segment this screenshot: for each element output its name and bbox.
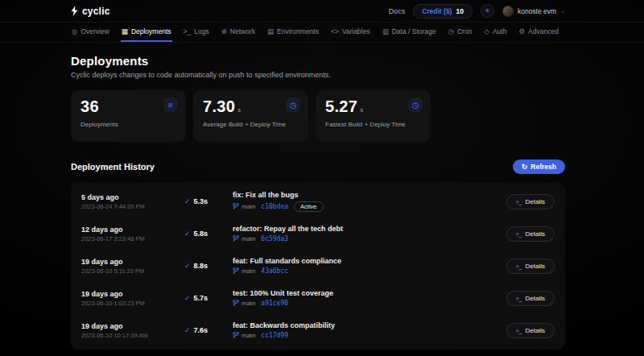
tab-label: Advanced: [528, 27, 559, 35]
tab-advanced[interactable]: ⚙Advanced: [518, 23, 559, 42]
table-row: 5 days ago 2023-06-24 7:44:05 PM ✓ 5.3s …: [71, 185, 565, 217]
details-button[interactable]: >_ Details: [506, 323, 555, 338]
git-branch-icon: [233, 332, 239, 339]
details-label: Details: [526, 295, 545, 302]
top-header: cyclic Docs Credit ($) 10 ☀ konoste evm …: [0, 0, 644, 23]
branch-name: main: [242, 332, 255, 339]
tab-network[interactable]: ⊕Network: [221, 23, 256, 42]
details-label: Details: [526, 263, 545, 270]
timestamp: 2023-06-24 7:44:05 PM: [81, 203, 184, 210]
commit-message: feat: Full standards compliance: [233, 257, 506, 265]
details-button[interactable]: >_ Details: [506, 194, 555, 209]
stats-row: 36 Deployments ≡ 7.30 s Average Build + …: [71, 90, 565, 142]
tab-data-storage[interactable]: ▥Data / Storage: [382, 23, 437, 42]
clock-icon: ◷: [408, 97, 423, 112]
stat-unit: s: [360, 106, 363, 114]
gauge-icon: ◎: [72, 27, 77, 35]
git-branch-icon: [233, 267, 239, 275]
check-icon: ✓: [184, 326, 191, 334]
commit-message: feat: Backwards compatibility: [233, 321, 506, 329]
tab-label: Network: [230, 27, 255, 35]
table-row: 12 days ago 2023-06-17 3:23:48 PM ✓ 5.8s…: [71, 217, 565, 250]
tab-label: Overview: [80, 27, 109, 35]
tab-cron[interactable]: ◷Cron: [448, 23, 473, 42]
commit-hash-link[interactable]: cc17d99: [261, 332, 288, 339]
table-row: 19 days ago 2023-06-10 1:03:23 PM ✓ 5.7s…: [71, 282, 565, 314]
details-button[interactable]: >_ Details: [506, 259, 555, 274]
tab-label: Deployments: [131, 27, 171, 35]
duration: 5.3s: [194, 197, 208, 205]
duration: 8.8s: [194, 262, 208, 270]
git-branch-icon: [233, 235, 239, 242]
tab-variables[interactable]: <>Variables: [330, 23, 371, 42]
refresh-label: Refresh: [530, 163, 556, 171]
branch-name: main: [242, 267, 255, 275]
status-badge: Active: [294, 201, 323, 212]
tab-label: Environments: [277, 27, 319, 35]
tab-label: Variables: [342, 27, 370, 35]
details-button[interactable]: >_ Details: [506, 291, 555, 306]
docs-link[interactable]: Docs: [389, 7, 406, 15]
nav-bar: ◎Overview ▦Deployments >_Logs ⊕Network ▤…: [0, 23, 644, 43]
globe-icon: ⊕: [221, 27, 227, 35]
commit-hash-link[interactable]: a91ce90: [261, 300, 288, 307]
clock-icon: ◷: [448, 27, 454, 35]
terminal-icon: >_: [516, 263, 522, 269]
duration: 7.6s: [194, 326, 208, 334]
check-icon: ✓: [184, 197, 191, 205]
avatar: [502, 6, 514, 17]
tab-label: Auth: [493, 27, 507, 35]
commit-hash-link[interactable]: 43a6bcc: [261, 267, 288, 275]
stat-unit: s: [237, 106, 241, 114]
stat-card-average-time: 7.30 s Average Build + Deploy Time ◷: [193, 90, 308, 142]
tab-auth[interactable]: ◇Auth: [483, 23, 507, 42]
relative-time: 19 days ago: [81, 258, 184, 266]
credit-label: Credit ($): [422, 7, 452, 15]
page-title: Deployments: [71, 54, 565, 68]
timestamp: 2023-06-10 5:11:20 PM: [81, 267, 184, 275]
tab-overview[interactable]: ◎Overview: [71, 23, 110, 42]
user-menu[interactable]: konoste evm ⌄: [502, 6, 565, 17]
branch-name: main: [242, 235, 255, 242]
grid-icon: ▦: [122, 27, 128, 35]
tab-label: Logs: [194, 27, 208, 35]
git-branch-icon: [233, 203, 239, 210]
credit-value: 10: [456, 7, 463, 15]
credit-button[interactable]: Credit ($) 10: [413, 4, 473, 19]
brand-logo[interactable]: cyclic: [71, 6, 110, 17]
terminal-icon: >_: [184, 27, 192, 35]
tab-deployments[interactable]: ▦Deployments: [121, 23, 172, 42]
gear-icon: ⚙: [518, 27, 525, 35]
commit-message: test: 100% Unit test coverage: [233, 289, 506, 297]
lightning-bolt-icon: [71, 6, 78, 16]
chevron-down-icon: ⌄: [560, 8, 565, 14]
relative-time: 19 days ago: [81, 290, 184, 298]
details-label: Details: [526, 230, 545, 238]
details-button[interactable]: >_ Details: [506, 226, 555, 242]
tab-logs[interactable]: >_Logs: [183, 23, 210, 42]
check-icon: ✓: [184, 262, 191, 270]
stat-value: 36: [80, 97, 99, 116]
clock-icon: ◷: [286, 97, 300, 112]
commit-hash-link[interactable]: 6c59da3: [261, 235, 288, 242]
branch-name: main: [242, 203, 255, 210]
duration: 5.7s: [194, 294, 208, 302]
history-title: Deployment History: [71, 162, 155, 172]
stat-label: Deployments: [80, 121, 176, 128]
table-row: 19 days ago 2023-06-10 10:17:39 AM ✓ 7.6…: [71, 314, 565, 346]
timestamp: 2023-06-10 1:03:23 PM: [81, 300, 184, 307]
tab-label: Data / Storage: [392, 27, 436, 35]
stat-card-deployments: 36 Deployments ≡: [71, 90, 186, 142]
timestamp: 2023-06-17 3:23:48 PM: [81, 235, 184, 242]
theme-toggle-icon[interactable]: ☀: [481, 4, 494, 18]
tab-environments[interactable]: ▤Environments: [266, 23, 320, 42]
stat-card-fastest-time: 5.27 s Fastest Build + Deploy Time ◷: [316, 90, 431, 142]
git-branch-icon: [233, 300, 239, 307]
username: konoste evm: [518, 7, 556, 15]
stat-value: 5.27: [325, 97, 357, 116]
terminal-icon: >_: [516, 199, 522, 205]
refresh-button[interactable]: ↻ Refresh: [513, 159, 565, 174]
list-icon: ≡: [163, 97, 178, 112]
commit-hash-link[interactable]: c10bdea: [261, 203, 288, 210]
timestamp: 2023-06-10 10:17:39 AM: [81, 332, 184, 339]
